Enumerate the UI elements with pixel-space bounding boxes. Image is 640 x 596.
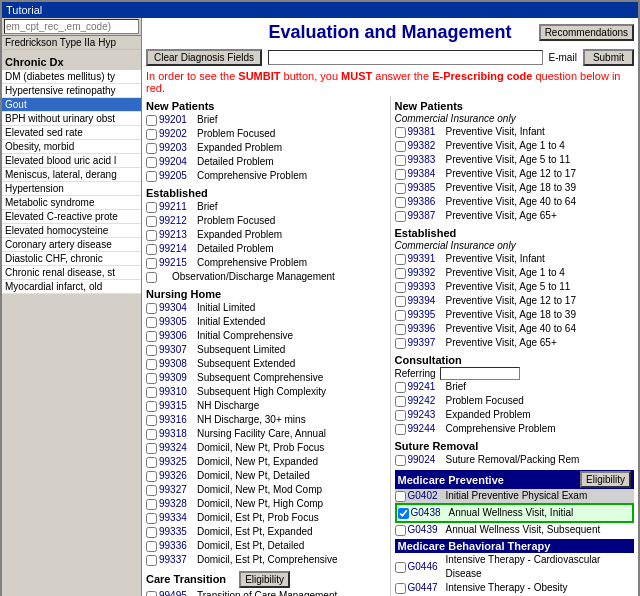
list-item[interactable]: Chronic renal disease, st bbox=[2, 266, 141, 280]
list-item[interactable]: Obesity, morbid bbox=[2, 140, 141, 154]
code-checkbox[interactable] bbox=[395, 455, 406, 466]
code-item: 99318Nursing Facility Care, Annual bbox=[146, 427, 386, 441]
codes-right: New Patients Commercial Insurance only 9… bbox=[390, 96, 635, 596]
care-transition-eligibility-button[interactable]: Eligibility bbox=[239, 571, 290, 588]
code-checkbox[interactable] bbox=[395, 169, 406, 180]
code-checkbox[interactable] bbox=[395, 338, 406, 349]
code-checkbox[interactable] bbox=[146, 303, 157, 314]
list-item[interactable]: BPH without urinary obst bbox=[2, 112, 141, 126]
clear-diagnosis-button[interactable]: Clear Diagnosis Fields bbox=[146, 49, 262, 66]
list-item[interactable]: Elevated C-reactive prote bbox=[2, 210, 141, 224]
code-checkbox[interactable] bbox=[395, 211, 406, 222]
list-item[interactable]: Myocardial infarct, old bbox=[2, 280, 141, 294]
code-checkbox[interactable] bbox=[146, 401, 157, 412]
code-checkbox[interactable] bbox=[146, 244, 157, 255]
code-checkbox[interactable] bbox=[146, 359, 157, 370]
email-input[interactable] bbox=[268, 50, 542, 65]
code-checkbox[interactable] bbox=[146, 171, 157, 182]
code-checkbox[interactable] bbox=[146, 373, 157, 384]
code-checkbox[interactable] bbox=[395, 310, 406, 321]
code-checkbox[interactable] bbox=[395, 127, 406, 138]
referring-input[interactable] bbox=[440, 367, 520, 380]
list-item[interactable]: Hypertension bbox=[2, 182, 141, 196]
sidebar-search-input[interactable] bbox=[4, 19, 139, 34]
code-checkbox[interactable] bbox=[146, 429, 157, 440]
code-checkbox[interactable] bbox=[146, 415, 157, 426]
codes-left: New Patients 99201Brief 99202Problem Foc… bbox=[146, 96, 390, 596]
code-item: 99325Domicil, New Pt, Expanded bbox=[146, 455, 386, 469]
code-checkbox[interactable] bbox=[146, 485, 157, 496]
code-checkbox[interactable] bbox=[146, 157, 157, 168]
code-checkbox[interactable] bbox=[146, 471, 157, 482]
code-checkbox[interactable] bbox=[146, 129, 157, 140]
code-item: 99395Preventive Visit, Age 18 to 39 bbox=[395, 308, 635, 322]
email-label: E-mail bbox=[549, 52, 577, 63]
code-checkbox[interactable] bbox=[395, 562, 406, 573]
sidebar-top-item[interactable]: Fredrickson Type IIa Hyp bbox=[2, 36, 141, 50]
code-checkbox[interactable] bbox=[146, 457, 157, 468]
code-checkbox[interactable] bbox=[395, 491, 406, 502]
submit-button[interactable]: Submit bbox=[583, 49, 634, 66]
code-checkbox[interactable] bbox=[146, 541, 157, 552]
code-item: 99394Preventive Visit, Age 12 to 17 bbox=[395, 294, 635, 308]
code-checkbox[interactable] bbox=[395, 424, 406, 435]
code-item: 99306Initial Comprehensive bbox=[146, 329, 386, 343]
consultation-header: Consultation bbox=[395, 354, 635, 366]
code-checkbox[interactable] bbox=[395, 382, 406, 393]
code-checkbox[interactable] bbox=[146, 230, 157, 241]
established-left-header: Established bbox=[146, 187, 386, 199]
code-checkbox[interactable] bbox=[395, 268, 406, 279]
code-checkbox[interactable] bbox=[146, 499, 157, 510]
code-checkbox[interactable] bbox=[146, 216, 157, 227]
code-checkbox[interactable] bbox=[146, 513, 157, 524]
established-right-sub: Commercial Insurance only bbox=[395, 240, 635, 251]
code-checkbox[interactable] bbox=[395, 282, 406, 293]
code-checkbox[interactable] bbox=[146, 443, 157, 454]
code-checkbox[interactable] bbox=[395, 155, 406, 166]
code-item: 99243Expanded Problem bbox=[395, 408, 635, 422]
code-checkbox[interactable] bbox=[146, 258, 157, 269]
code-checkbox[interactable] bbox=[395, 396, 406, 407]
code-checkbox[interactable] bbox=[146, 527, 157, 538]
code-checkbox[interactable] bbox=[395, 410, 406, 421]
code-checkbox[interactable] bbox=[146, 387, 157, 398]
list-item[interactable]: Elevated blood uric acid l bbox=[2, 154, 141, 168]
list-item[interactable]: Meniscus, lateral, derang bbox=[2, 168, 141, 182]
code-checkbox[interactable] bbox=[395, 324, 406, 335]
code-checkbox[interactable] bbox=[146, 331, 157, 342]
list-item[interactable]: DM (diabetes mellitus) ty bbox=[2, 70, 141, 84]
code-checkbox[interactable] bbox=[146, 143, 157, 154]
code-checkbox[interactable] bbox=[146, 555, 157, 566]
code-checkbox[interactable] bbox=[146, 591, 157, 597]
list-item[interactable]: Diastolic CHF, chronic bbox=[2, 252, 141, 266]
code-checkbox[interactable] bbox=[146, 202, 157, 213]
code-checkbox[interactable] bbox=[395, 525, 406, 536]
code-item: 99211Brief bbox=[146, 200, 386, 214]
code-checkbox[interactable] bbox=[146, 345, 157, 356]
code-checkbox[interactable] bbox=[146, 115, 157, 126]
code-item: 99387Preventive Visit, Age 65+ bbox=[395, 209, 635, 223]
list-item[interactable]: Coronary artery disease bbox=[2, 238, 141, 252]
list-item[interactable]: Elevated homocysteine bbox=[2, 224, 141, 238]
list-item[interactable]: Elevated sed rate bbox=[2, 126, 141, 140]
list-item[interactable]: Metabolic syndrome bbox=[2, 196, 141, 210]
code-checkbox[interactable] bbox=[395, 197, 406, 208]
suture-removal-header: Suture Removal bbox=[395, 440, 635, 452]
code-checkbox[interactable] bbox=[395, 296, 406, 307]
code-checkbox[interactable] bbox=[395, 141, 406, 152]
new-patients-right-sub: Commercial Insurance only bbox=[395, 113, 635, 124]
code-checkbox[interactable] bbox=[395, 583, 406, 594]
code-checkbox[interactable] bbox=[395, 254, 406, 265]
code-item: 99326Domicil, New Pt, Detailed bbox=[146, 469, 386, 483]
code-checkbox[interactable] bbox=[146, 317, 157, 328]
code-checkbox[interactable] bbox=[395, 183, 406, 194]
code-checkbox[interactable] bbox=[146, 272, 157, 283]
recommendations-button[interactable]: Recommendations bbox=[539, 24, 634, 41]
list-item[interactable]: Gout bbox=[2, 98, 141, 112]
code-item: 99201Brief bbox=[146, 113, 386, 127]
medicare-eligibility-button[interactable]: Eligibility bbox=[580, 471, 631, 488]
title-text: Tutorial bbox=[6, 4, 42, 16]
code-item: 99392Preventive Visit, Age 1 to 4 bbox=[395, 266, 635, 280]
code-checkbox[interactable] bbox=[398, 508, 409, 519]
list-item[interactable]: Hypertensive retinopathy bbox=[2, 84, 141, 98]
